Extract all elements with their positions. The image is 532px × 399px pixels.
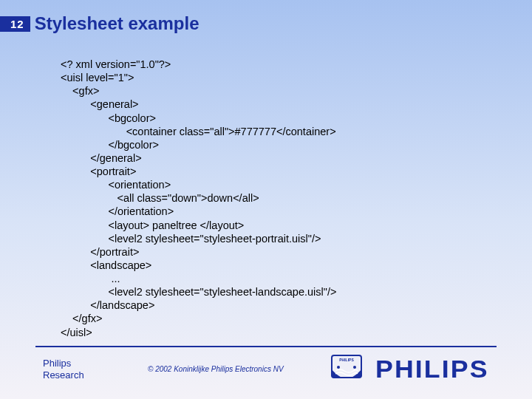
slide-number-badge: 12 [0,16,30,32]
org-line2: Research [43,369,84,381]
header: 12 Stylesheet example [0,13,199,34]
copyright-text: © 2002 Koninklijke Philips Electronics N… [148,365,284,373]
philips-wordmark: PHILIPS [375,355,489,383]
footer-divider [35,346,497,347]
svg-point-2 [337,366,340,369]
svg-text:PHILIPS: PHILIPS [339,358,354,362]
slide: 12 Stylesheet example <? xml version="1.… [0,0,532,399]
footer: Philips Research © 2002 Koninklijke Phil… [0,355,532,392]
svg-point-3 [353,366,356,369]
org-label: Philips Research [43,358,84,382]
philips-shield-icon: PHILIPS [331,355,362,384]
code-sample: <? xml version="1.0"?> <uisl level="1"> … [61,58,336,339]
page-title: Stylesheet example [35,13,200,34]
org-line1: Philips [43,358,71,369]
